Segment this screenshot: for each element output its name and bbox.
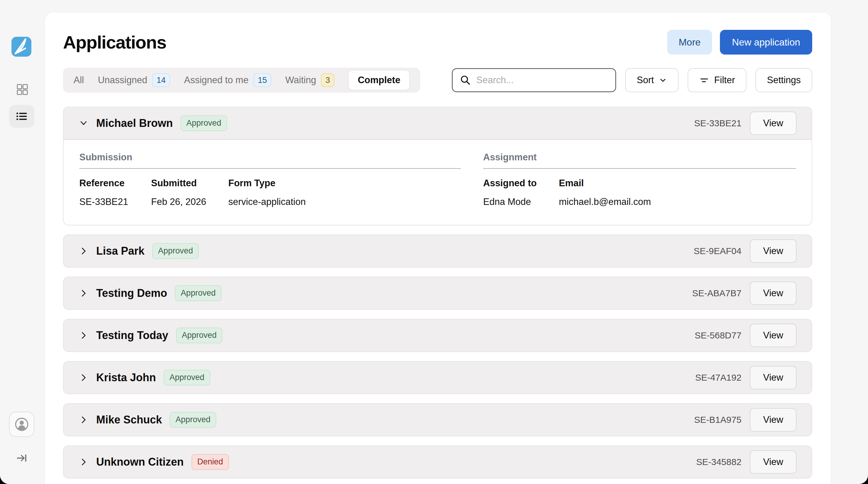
application-card: Krista John Approved SE-47A192 View <box>63 361 812 394</box>
application-row[interactable]: Mike Schuck Approved SE-B1A975 View <box>64 404 812 436</box>
view-button[interactable]: View <box>750 450 797 474</box>
chevron-right-icon <box>79 331 88 340</box>
divider <box>483 168 796 169</box>
application-card: Mike Schuck Approved SE-B1A975 View <box>63 403 812 437</box>
view-button[interactable]: View <box>750 282 797 305</box>
header-actions: More New application <box>667 30 812 55</box>
assignment-values: Edna Mode michael.b@email.com <box>483 196 796 207</box>
main-panel: Applications More New application All Un… <box>44 12 831 484</box>
screen: Applications More New application All Un… <box>0 0 868 484</box>
reference-code: SE-9EAF04 <box>694 246 741 256</box>
application-row[interactable]: Unknown Citizen Denied SE-345882 View <box>64 446 812 478</box>
reference-code: SE-ABA7B7 <box>692 288 741 298</box>
status-badge: Approved <box>176 328 223 343</box>
status-badge: Approved <box>175 285 221 301</box>
reference-code: SE-B1A975 <box>694 415 742 425</box>
reference-code: SE-47A192 <box>695 373 741 383</box>
application-card: Unknown Citizen Denied SE-345882 View <box>63 445 812 479</box>
row-left: Mike Schuck Approved <box>79 412 216 428</box>
search-input[interactable] <box>476 75 608 86</box>
value-form-type: service-application <box>228 196 461 207</box>
row-left: Michael Brown Approved <box>79 116 227 131</box>
tab-label: All <box>73 75 84 86</box>
tab-label: Waiting <box>285 75 316 86</box>
toolbar-controls: Sort Filter Settings <box>452 68 812 92</box>
row-left: Testing Today Approved <box>79 328 222 343</box>
chevron-right-icon <box>79 373 88 382</box>
page-title: Applications <box>63 32 166 53</box>
view-button[interactable]: View <box>750 366 797 389</box>
search-icon <box>460 75 471 86</box>
reference-code: SE-345882 <box>696 457 741 467</box>
status-badge: Approved <box>152 243 199 259</box>
application-card: Testing Demo Approved SE-ABA7B7 View <box>63 277 812 310</box>
tab-assigned-to-me[interactable]: Assigned to me 15 <box>184 73 272 87</box>
assignment-column-headers: Assigned to Email <box>483 178 796 189</box>
tab-label: Assigned to me <box>184 75 249 86</box>
chevron-down-icon <box>79 119 88 128</box>
row-right: SE-33BE21 View <box>694 111 797 135</box>
sidebar-item-dashboard[interactable] <box>16 84 28 96</box>
application-row-header[interactable]: Michael Brown Approved SE-33BE21 View <box>64 107 812 139</box>
chevron-right-icon <box>79 288 88 298</box>
applicant-name: Lisa Park <box>96 245 145 257</box>
arrow-to-bar-icon <box>16 452 28 464</box>
submission-column-headers: Reference Submitted Form Type <box>79 178 461 189</box>
tab-waiting[interactable]: Waiting 3 <box>285 73 335 87</box>
tab-all[interactable]: All <box>73 75 84 86</box>
tab-count-badge: 14 <box>152 73 170 87</box>
app-window: Applications More New application All Un… <box>0 0 868 484</box>
applicant-name: Michael Brown <box>96 117 173 130</box>
reference-code: SE-568D77 <box>694 330 741 341</box>
row-right: SE-345882 View <box>696 450 797 474</box>
sidebar-item-applications-list[interactable] <box>9 105 34 128</box>
row-right: SE-568D77 View <box>694 324 797 347</box>
view-button[interactable]: View <box>750 239 797 263</box>
tab-count-badge: 3 <box>321 73 335 87</box>
application-card-expanded: Michael Brown Approved SE-33BE21 View Su… <box>63 107 812 225</box>
status-badge: Approved <box>170 412 216 428</box>
application-detail: Submission Reference Submitted Form Type… <box>64 139 812 225</box>
filter-lines-icon <box>699 75 709 85</box>
applicant-name: Unknown Citizen <box>96 456 184 468</box>
toolbar: All Unassigned 14 Assigned to me 15 Wait… <box>63 68 812 93</box>
assignment-heading: Assignment <box>483 152 796 163</box>
submission-values: SE-33BE21 Feb 26, 2026 service-applicati… <box>79 196 461 207</box>
collapse-sidebar-button[interactable] <box>16 452 28 464</box>
column-header-assigned-to: Assigned to <box>483 178 559 189</box>
tab-complete[interactable]: Complete <box>348 70 409 90</box>
application-row[interactable]: Testing Today Approved SE-568D77 View <box>64 319 812 351</box>
applicant-name: Krista John <box>96 371 156 384</box>
row-right: SE-ABA7B7 View <box>692 282 797 305</box>
tab-unassigned[interactable]: Unassigned 14 <box>98 73 170 87</box>
value-email: michael.b@email.com <box>559 196 796 207</box>
app-logo[interactable] <box>11 37 31 57</box>
grid-icon <box>16 84 28 96</box>
assignment-section: Assignment Assigned to Email Edna Mode m… <box>483 152 796 207</box>
value-assigned-to: Edna Mode <box>483 196 559 207</box>
column-header-form-type: Form Type <box>228 178 461 189</box>
view-button[interactable]: View <box>750 408 797 431</box>
value-reference: SE-33BE21 <box>79 196 151 207</box>
chevron-right-icon <box>79 415 88 425</box>
application-row[interactable]: Lisa Park Approved SE-9EAF04 View <box>64 235 812 267</box>
application-row[interactable]: Testing Demo Approved SE-ABA7B7 View <box>64 277 812 309</box>
filter-button[interactable]: Filter <box>688 68 746 92</box>
tab-count-badge: 15 <box>253 73 272 87</box>
applications-list: Michael Brown Approved SE-33BE21 View Su… <box>63 107 812 479</box>
view-button[interactable]: View <box>750 324 797 347</box>
row-right: SE-47A192 View <box>695 366 797 389</box>
row-right: SE-B1A975 View <box>694 408 797 431</box>
row-left: Testing Demo Approved <box>79 285 221 301</box>
sort-button[interactable]: Sort <box>625 68 679 92</box>
settings-label: Settings <box>767 75 801 86</box>
row-left: Krista John Approved <box>79 370 210 385</box>
user-account-button[interactable] <box>9 412 34 437</box>
reference-code: SE-33BE21 <box>694 118 742 128</box>
new-application-button[interactable]: New application <box>720 30 812 55</box>
settings-button[interactable]: Settings <box>755 68 812 92</box>
view-button[interactable]: View <box>750 111 797 135</box>
more-button[interactable]: More <box>667 30 712 55</box>
application-row[interactable]: Krista John Approved SE-47A192 View <box>64 362 812 394</box>
submission-heading: Submission <box>79 152 461 163</box>
